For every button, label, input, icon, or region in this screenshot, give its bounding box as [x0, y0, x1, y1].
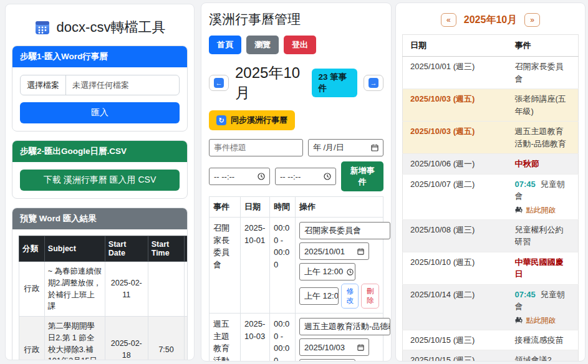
step2-header: 步驟2-匯出Google日曆.CSV	[12, 141, 187, 162]
event-cell: 張老師講座(五年級) 點此開啟	[508, 89, 579, 122]
event-text: 領域會議2	[515, 355, 552, 362]
prev-month-button[interactable]: ←	[209, 75, 229, 91]
prev-month-button[interactable]: «	[441, 13, 456, 27]
edit-date-input[interactable]: 2025/10/01	[299, 242, 369, 260]
edit-date-input[interactable]: 2025/10/03	[299, 338, 369, 356]
subject-cell: 第二學期開學日2.第 1 節全校大掃除3.補101年2月15日上班上課	[44, 317, 105, 361]
add-event-button[interactable]: 新增事件	[341, 161, 383, 191]
col-date: 日期	[241, 197, 270, 218]
event-cell: 接種流感疫苗 點此開啟	[508, 330, 579, 350]
event-cell: 07:45兒童朝會 點此開啟	[508, 174, 579, 219]
calendar-manager-panel: 溪洲行事曆管理 首頁 瀏覽 登出 ← 2025年10月 23 筆事件 → ↻ 同…	[201, 2, 392, 362]
edit-title-input[interactable]: 週五主題教育活動-品德教育	[299, 318, 390, 335]
file-status-text: 未選擇任何檔案	[66, 80, 135, 91]
calendar-icon	[371, 144, 378, 151]
col-date: 日期	[403, 35, 508, 57]
edit-end-time-input[interactable]: 上午 12:00	[299, 287, 339, 305]
date-cell: 2025/10/06 (週一)	[403, 154, 508, 175]
new-event-form-row2: -- --:-- -- --:-- 新增事件	[209, 161, 383, 191]
projector-icon	[515, 206, 523, 213]
edit-button[interactable]: 修改	[341, 284, 359, 309]
nav-buttons: 首頁 瀏覽 登出	[209, 36, 383, 54]
step1-card: 步驟1-匯入Word行事曆 選擇檔案 未選擇任何檔案 匯入	[12, 46, 188, 132]
event-date-input[interactable]: 年 /月/日	[308, 139, 383, 156]
start-date-cell: 2025-02-18	[105, 317, 148, 361]
table-row: 2025/10/15 (週三) 領域會議2 點此開啟	[403, 350, 579, 362]
table-row: 召開家長委員會 2025-10-01 00:00 - 00:00 召開家長委員會…	[210, 218, 383, 314]
col-end-date: End Date	[185, 236, 187, 262]
calendar-header-row: 日期 事件	[403, 35, 579, 57]
sync-calendar-button[interactable]: ↻ 同步溪洲行事曆	[209, 110, 295, 130]
next-month-button[interactable]: »	[524, 13, 540, 27]
event-text: 週五主題教育活動-品德教育	[515, 127, 566, 148]
date-cell: 2025/10/03 (週五)	[403, 89, 508, 122]
home-button[interactable]: 首頁	[209, 36, 241, 54]
download-csv-button[interactable]: 下載 溪洲行事曆 匯入用 CSV	[20, 170, 180, 191]
date-cell: 2025/10/15 (週三)	[403, 350, 508, 362]
month-navigation: ← 2025年10月 23 筆事件 →	[209, 63, 383, 103]
event-cell: 中華民國國慶日 點此開啟	[508, 252, 579, 284]
col-category: 分類	[19, 236, 45, 262]
date-cell: 2025/10/15 (週三)	[403, 330, 508, 350]
table-row: 行政 ~ 為春節連續假期2.調整放假，於補行上班上課 2025-02-11 20…	[19, 262, 188, 317]
end-time-input[interactable]: -- --:--	[275, 168, 336, 185]
event-text: 中華民國國慶日	[515, 257, 564, 279]
event-title-cell: 召開家長委員會	[210, 218, 241, 314]
preview-card: 預覽 Word 匯入結果 分類 Subject Start Date Start…	[12, 208, 188, 360]
edit-start-time-input[interactable]: 上午 12:00	[299, 263, 355, 280]
calendar-month-title: 2025年10月	[464, 14, 517, 27]
event-cell: 兒童權利公約研習 點此開啟	[508, 219, 579, 252]
edit-start-time-input[interactable]: 上午 12:00	[299, 359, 355, 362]
browse-button[interactable]: 瀏覽	[246, 36, 279, 54]
event-cell: 召開家長委員會 點此開啟	[508, 57, 579, 89]
arrow-right-icon: →	[369, 78, 378, 88]
preview-header: 預覽 Word 匯入結果	[12, 208, 187, 229]
preview-table: 分類 Subject Start Date Start Time End Dat…	[19, 236, 187, 360]
table-row: 2025/10/03 (週五) 張老師講座(五年級) 點此開啟	[403, 89, 579, 122]
category-cell: 行政	[19, 317, 45, 361]
event-text: 召開家長委員會	[515, 62, 564, 84]
table-row: 2025/10/01 (週三) 召開家長委員會 點此開啟	[403, 57, 579, 89]
table-row: 行政 第二學期開學日2.第 1 節全校大掃除3.補101年2月15日上班上課 2…	[19, 317, 188, 361]
col-start-date: Start Date	[105, 236, 148, 262]
current-month-label: 2025年10月	[235, 63, 306, 103]
col-event: 事件	[508, 35, 579, 57]
next-month-button[interactable]: →	[364, 75, 383, 91]
table-row: 2025/10/14 (週二) 07:45兒童朝會 點此開啟	[403, 284, 579, 330]
arrow-left-icon: ←	[214, 78, 224, 88]
event-cell: 07:45兒童朝會 點此開啟	[508, 284, 579, 330]
table-row: 2025/10/10 (週五) 中華民國國慶日 點此開啟	[403, 252, 579, 284]
manager-column: 溪洲行事曆管理 首頁 瀏覽 登出 ← 2025年10月 23 筆事件 → ↻ 同…	[200, 0, 393, 364]
table-row: 2025/10/03 (週五) 週五主題教育活動-品德教育 點此開啟	[403, 122, 579, 154]
start-time-cell	[148, 262, 185, 317]
date-cell: 2025/10/01 (週三)	[403, 57, 508, 89]
col-start-time: Start Time	[148, 236, 185, 262]
calendar-app-icon	[34, 19, 51, 36]
calendar-icon	[357, 248, 364, 255]
end-date-cell: 2025-02-11	[185, 262, 187, 317]
event-text: 中秋節	[515, 159, 539, 168]
col-subject: Subject	[44, 236, 105, 262]
open-link[interactable]: 點此開啟	[515, 315, 571, 326]
col-time: 時間	[270, 197, 296, 218]
delete-button[interactable]: 刪除	[361, 284, 379, 309]
clock-icon	[258, 173, 265, 180]
event-cell: 領域會議2 點此開啟	[508, 350, 579, 362]
event-text: 接種流感疫苗	[515, 335, 564, 345]
event-text: 張老師講座(五年級)	[515, 94, 566, 116]
event-title-input[interactable]: 事件標題	[209, 139, 303, 156]
edit-title-input[interactable]: 召開家長委員會	[299, 222, 390, 239]
converter-panel: docx-csv轉檔工具 步驟1-匯入Word行事曆 選擇檔案 未選擇任何檔案 …	[5, 4, 195, 360]
open-link[interactable]: 點此開啟	[515, 204, 571, 216]
preview-header-row: 分類 Subject Start Date Start Time End Dat…	[19, 236, 188, 262]
sync-icon: ↻	[216, 115, 226, 125]
file-input[interactable]: 選擇檔案 未選擇任何檔案	[20, 75, 180, 95]
logout-button[interactable]: 登出	[284, 36, 316, 54]
import-button[interactable]: 匯入	[20, 102, 180, 123]
calendar-icon	[357, 344, 364, 351]
event-time-cell: 00:00 - 00:00	[270, 218, 296, 314]
start-date-cell: 2025-02-11	[105, 262, 148, 317]
choose-file-button[interactable]: 選擇檔案	[21, 75, 66, 95]
start-time-input[interactable]: -- --:--	[209, 168, 270, 185]
table-row: 2025/10/15 (週三) 接種流感疫苗 點此開啟	[403, 330, 579, 350]
